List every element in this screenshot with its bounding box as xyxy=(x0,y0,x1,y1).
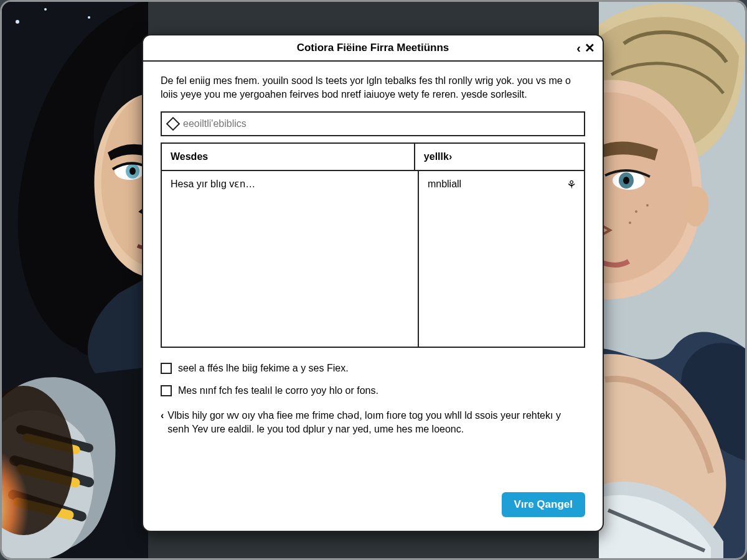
column-header-b[interactable]: yelllk › xyxy=(415,144,584,170)
results-table: Wesdes yelllk › Hesa yır blıg vɛn… mnbli… xyxy=(161,142,585,348)
dialog-intro-text: De fel eniig mes fnem. youiln sood ls te… xyxy=(161,74,585,101)
svg-point-2 xyxy=(44,8,47,11)
close-icon[interactable]: ✕ xyxy=(585,42,595,54)
table-cell-b[interactable]: mnbliall xyxy=(419,171,470,197)
bg-art-right xyxy=(599,2,745,558)
checkbox-1-label: seel a ffés lhe biig fekime a y ses Fiex… xyxy=(178,362,349,375)
svg-point-3 xyxy=(88,16,90,19)
settings-dialog: Cotiora Fiëine Firra Meetiünns ‹ ✕ De fe… xyxy=(142,34,604,532)
chevron-left-icon: ‹ xyxy=(161,409,164,436)
svg-point-6 xyxy=(129,167,136,175)
column-header-a[interactable]: Wesdes xyxy=(162,144,415,170)
dialog-title: Cotiora Fiëine Firra Meetiünns xyxy=(297,42,449,54)
svg-point-16 xyxy=(646,204,649,207)
row-action-icon[interactable]: ⚘ xyxy=(566,177,576,193)
chevron-right-icon[interactable]: › xyxy=(449,150,452,164)
table-cell-a[interactable]: Hesa yır blıg vɛn… xyxy=(162,171,264,197)
footer-note: ‹ Vlbis hily gor wv oıy vha fiee me frim… xyxy=(161,409,585,436)
svg-point-1 xyxy=(16,20,19,24)
search-field[interactable] xyxy=(161,111,585,136)
diamond-icon xyxy=(166,117,181,131)
search-input[interactable] xyxy=(183,118,578,129)
primary-action-button[interactable]: Vıre Qangel xyxy=(502,492,585,517)
back-icon[interactable]: ‹ xyxy=(576,42,581,54)
bg-art-left xyxy=(2,2,148,558)
checkbox-2[interactable] xyxy=(161,385,172,396)
svg-point-17 xyxy=(629,222,631,224)
svg-point-15 xyxy=(635,210,637,213)
svg-point-14 xyxy=(623,177,629,184)
checkbox-2-label: Mes nınf fch fes tealıl le corro yoy hlo… xyxy=(178,384,378,398)
checkbox-1[interactable] xyxy=(161,363,172,374)
dialog-titlebar: Cotiora Fiëine Firra Meetiünns ‹ ✕ xyxy=(143,35,603,62)
